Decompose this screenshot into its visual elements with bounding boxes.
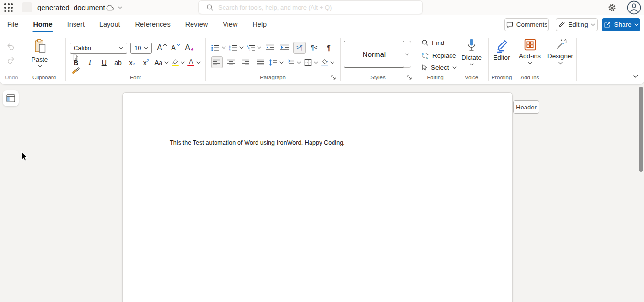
- replace-icon: b c: [421, 52, 429, 59]
- editing-mode-label: Editing: [568, 21, 588, 28]
- addins-button[interactable]: Add-ins: [517, 38, 543, 65]
- tab-insert[interactable]: Insert: [67, 20, 85, 29]
- highlight-chevron-icon[interactable]: [181, 61, 185, 64]
- tab-layout[interactable]: Layout: [99, 20, 121, 29]
- rtl-glyph: ¶<: [311, 44, 317, 51]
- justify-button[interactable]: [255, 56, 266, 68]
- underline-button[interactable]: U: [98, 56, 110, 68]
- increase-indent-button[interactable]: [279, 42, 290, 54]
- search-input[interactable]: [218, 4, 422, 11]
- clipboard-group: Paste: [23, 33, 65, 84]
- styles-gallery-expand[interactable]: [403, 41, 411, 67]
- superscript-button[interactable]: x 2: [140, 56, 152, 68]
- paragraph-spacing-chevron-icon[interactable]: [297, 61, 301, 64]
- grow-font-button[interactable]: A: [156, 42, 168, 54]
- paragraph-dialog-launcher-icon[interactable]: [331, 75, 336, 80]
- italic-button[interactable]: I: [84, 56, 96, 68]
- vertical-scrollbar-thumb[interactable]: [639, 87, 643, 172]
- tab-view[interactable]: View: [222, 20, 238, 29]
- line-spacing-chevron-icon[interactable]: [279, 61, 284, 64]
- voice-group-label: Voice: [455, 75, 488, 80]
- svg-text:b: b: [422, 52, 424, 56]
- replace-button[interactable]: b c Replace: [421, 52, 456, 59]
- tab-home[interactable]: Home: [32, 20, 53, 29]
- tab-help[interactable]: Help: [252, 20, 267, 29]
- strikethrough-button[interactable]: ab: [112, 56, 124, 68]
- document-body-text[interactable]: This the Test automation of Word using I…: [169, 139, 345, 146]
- font-color-button[interactable]: A: [187, 56, 201, 68]
- designer-chevron-icon[interactable]: [558, 62, 563, 65]
- show-formatting-marks-button[interactable]: ¶: [323, 42, 334, 54]
- ltr-text-direction-button[interactable]: >¶: [293, 42, 306, 54]
- comments-button[interactable]: Comments: [504, 18, 549, 31]
- account-avatar-icon[interactable]: [627, 0, 641, 15]
- multilevel-chevron-icon[interactable]: [257, 46, 261, 49]
- style-normal[interactable]: Normal: [344, 41, 404, 68]
- ribbon-collapse-button[interactable]: [631, 73, 640, 80]
- select-cursor-icon: [421, 64, 428, 71]
- addins-chevron-icon[interactable]: [528, 62, 532, 65]
- designer-button[interactable]: Designer: [547, 38, 574, 65]
- rtl-text-direction-button[interactable]: ¶<: [309, 42, 320, 54]
- editing-pen-icon: [558, 21, 565, 28]
- share-button[interactable]: Share: [602, 18, 640, 31]
- decrease-indent-button[interactable]: [264, 42, 276, 54]
- justify-icon: [257, 59, 264, 65]
- change-case-button[interactable]: Aa: [154, 56, 169, 68]
- redo-button[interactable]: [5, 54, 16, 66]
- dictate-chevron-icon[interactable]: [470, 63, 474, 66]
- select-button[interactable]: Select: [421, 64, 457, 71]
- subscript-button[interactable]: x 2: [126, 56, 138, 68]
- svg-text:i: i: [250, 49, 250, 51]
- bullets-chevron-icon[interactable]: [222, 46, 226, 49]
- settings-gear-icon[interactable]: [607, 3, 617, 12]
- borders-button[interactable]: [304, 56, 318, 68]
- title-chevron-icon[interactable]: [118, 6, 122, 9]
- numbering-button[interactable]: 123: [229, 42, 244, 54]
- body-text-run: This the Test automation of Word using I…: [170, 140, 345, 146]
- app-launcher-icon[interactable]: [4, 3, 13, 12]
- font-size-select[interactable]: 10: [130, 43, 152, 54]
- multilevel-list-button[interactable]: 1ai: [247, 42, 261, 54]
- document-title[interactable]: generated_document: [37, 0, 105, 15]
- paste-button[interactable]: Paste: [27, 38, 53, 68]
- document-page[interactable]: This the Test automation of Word using I…: [122, 92, 513, 302]
- align-left-button[interactable]: [211, 56, 223, 68]
- dictate-button[interactable]: Dictate: [459, 38, 484, 66]
- shrink-font-button[interactable]: A: [170, 42, 182, 54]
- align-center-button[interactable]: [225, 56, 237, 68]
- subscript-glyph: x: [129, 59, 132, 66]
- paste-chevron-icon[interactable]: [38, 65, 42, 68]
- line-spacing-icon: [269, 59, 278, 66]
- navigation-pane-toggle[interactable]: [3, 90, 19, 106]
- shading-button[interactable]: [321, 56, 334, 68]
- editing-mode-button[interactable]: Editing: [556, 18, 598, 31]
- search-bar[interactable]: [198, 0, 423, 14]
- header-button[interactable]: Header: [513, 100, 539, 114]
- underline-glyph: U: [102, 59, 107, 66]
- align-right-button[interactable]: [240, 56, 252, 68]
- tab-file[interactable]: File: [7, 20, 19, 29]
- line-spacing-button[interactable]: [269, 56, 284, 68]
- highlight-color-button[interactable]: [172, 56, 185, 68]
- tab-review[interactable]: Review: [185, 20, 209, 29]
- addins-label: Add-ins: [519, 53, 541, 60]
- numbering-chevron-icon[interactable]: [239, 46, 244, 49]
- bullets-icon: [211, 44, 220, 51]
- borders-chevron-icon[interactable]: [314, 61, 318, 64]
- search-icon: [206, 4, 214, 11]
- styles-dialog-launcher-icon[interactable]: [407, 75, 412, 80]
- editor-button[interactable]: Editor: [490, 39, 514, 61]
- mouse-cursor: [21, 151, 29, 162]
- undo-button[interactable]: [5, 41, 16, 53]
- find-button[interactable]: Find: [421, 39, 444, 46]
- shading-chevron-icon[interactable]: [330, 61, 334, 64]
- bold-button[interactable]: B: [70, 56, 82, 68]
- paragraph-spacing-button[interactable]: [287, 56, 301, 68]
- designer-label: Designer: [547, 53, 573, 60]
- bullets-button[interactable]: [211, 42, 226, 54]
- clear-formatting-button[interactable]: A: [184, 42, 195, 54]
- font-color-chevron-icon[interactable]: [196, 61, 201, 64]
- font-family-select[interactable]: Calibri: [70, 43, 127, 54]
- tab-references[interactable]: References: [134, 20, 171, 29]
